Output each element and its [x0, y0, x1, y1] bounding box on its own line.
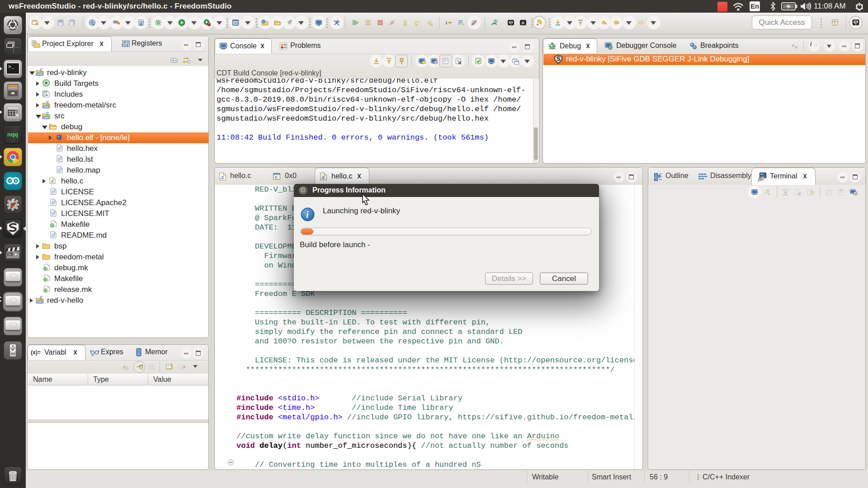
svg-text:010: 010 [140, 23, 143, 25]
svg-text:TM: TM [8, 253, 11, 256]
svg-text:i: i [306, 210, 309, 220]
svg-text:C: C [40, 68, 43, 72]
svg-text:C: C [40, 296, 43, 300]
svg-text:i: i [446, 20, 447, 25]
svg-text:h: h [46, 93, 48, 97]
svg-text:0101: 0101 [122, 44, 130, 47]
svg-text:C: C [46, 101, 49, 105]
svg-text:.c: .c [321, 175, 325, 180]
svg-text:C: C [46, 112, 49, 116]
svg-text:A: A [522, 21, 525, 25]
svg-text:.c: .c [51, 179, 54, 183]
svg-text:x=: x= [91, 354, 94, 357]
svg-text:.c: .c [220, 175, 224, 180]
svg-text:c: c [275, 175, 277, 179]
